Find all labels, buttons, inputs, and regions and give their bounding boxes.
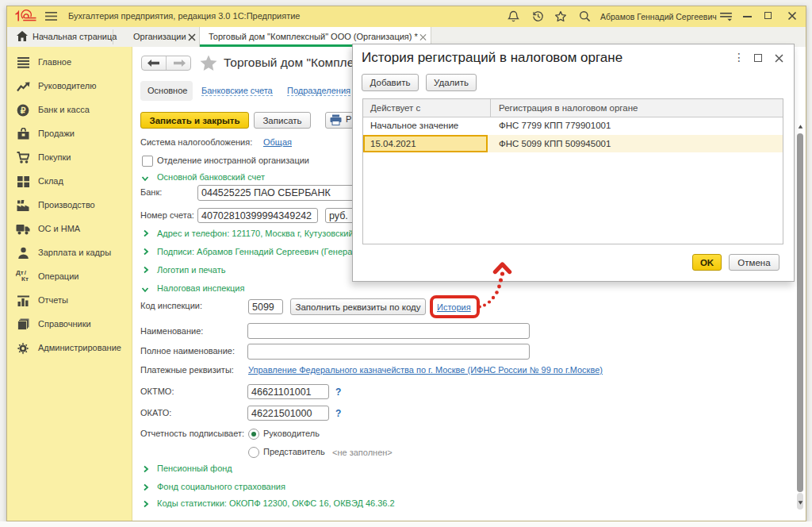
svg-text:₽: ₽ — [21, 106, 26, 115]
